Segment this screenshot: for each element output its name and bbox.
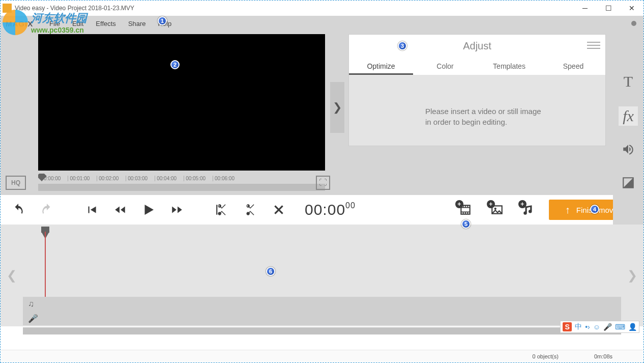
svg-point-0 (494, 208, 496, 210)
adjust-icon (622, 176, 635, 189)
split-button[interactable] (241, 200, 260, 219)
callout-5: 5 (461, 219, 471, 229)
video-preview[interactable] (38, 34, 325, 171)
ime-punct-icon[interactable]: •› (585, 323, 590, 331)
menu-share[interactable]: Share (122, 20, 152, 27)
panel-menu-icon[interactable] (587, 40, 600, 50)
menu-bar: MAGIX File Edit Effects Share Help (1, 16, 643, 31)
preview-ruler[interactable]: 0:00:00 00:01:00 00:02:00 00:03:00 00:04… (38, 174, 325, 183)
watermark-text-url: www.pc0359.cn (31, 26, 87, 34)
adjust-panel-title: Adjust (463, 40, 491, 52)
ruler-tick: 00:04:00 (155, 176, 177, 181)
ime-emoji-icon[interactable]: ☺ (593, 323, 600, 331)
delete-button[interactable] (269, 200, 288, 219)
preview-zoom-scrollbar[interactable] (38, 184, 325, 191)
tool-fx[interactable]: fx (619, 106, 638, 126)
menu-effects[interactable]: Effects (90, 20, 122, 27)
ime-lang-toggle[interactable]: 中 (575, 322, 582, 331)
ruler-tick: 00:01:00 (68, 176, 90, 181)
timecode-display: 00:0000 (305, 201, 356, 218)
tool-text[interactable]: T (624, 73, 633, 90)
minimize-button[interactable]: ─ (573, 1, 597, 16)
timeline-tracks[interactable] (23, 225, 621, 297)
cut-start-button[interactable] (212, 200, 231, 219)
plus-badge-icon: + (455, 200, 463, 208)
undo-button[interactable] (9, 200, 28, 219)
go-start-button[interactable] (82, 200, 101, 219)
status-object-count: 0 object(s) (533, 353, 559, 359)
status-duration: 0m:08s (594, 353, 612, 359)
ime-keyboard-icon[interactable]: ⌨ (615, 323, 625, 331)
forward-icon (170, 203, 184, 216)
callout-1: 1 (158, 16, 167, 25)
timeline-scroll-right[interactable]: ❯ (621, 225, 643, 326)
scissors-icon (244, 203, 257, 216)
redo-button[interactable] (37, 200, 56, 219)
callout-2: 2 (170, 60, 180, 69)
rewind-icon (113, 203, 127, 216)
add-photo-button[interactable]: + (486, 200, 508, 219)
tab-speed[interactable]: Speed (541, 57, 605, 75)
callout-4: 4 (590, 205, 599, 214)
timeline-scroll-left[interactable]: ❮ (1, 225, 23, 326)
close-button[interactable]: ✕ (620, 1, 643, 16)
timeline-horizontal-scrollbar[interactable] (23, 327, 621, 334)
skip-start-icon (85, 203, 98, 216)
speaker-icon (622, 143, 635, 156)
status-bar: 0 object(s) 0m:08s (1, 350, 643, 362)
timeline: ❮ ❯ ♫ 🎤 (1, 225, 643, 326)
undo-icon (12, 203, 25, 216)
scissors-left-icon (215, 203, 228, 216)
ruler-tick: 00:03:00 (126, 176, 148, 181)
callout-6: 6 (266, 267, 275, 276)
tool-audio-icon[interactable] (622, 142, 635, 159)
preview-zone: 0:00:00 00:01:00 00:02:00 00:03:00 00:04… (1, 31, 330, 195)
maximize-button[interactable]: ☐ (597, 1, 620, 16)
upload-icon: ↑ (565, 204, 570, 216)
play-icon (141, 202, 156, 217)
transport-bar: 00:0000 + + + ↑ Finish movie (1, 195, 643, 225)
add-music-button[interactable]: + (517, 200, 540, 219)
add-video-button[interactable]: + (454, 200, 477, 219)
fast-forward-button[interactable] (167, 200, 187, 219)
tool-image-adjust-icon[interactable] (622, 176, 635, 193)
side-tool-strip: T fx (613, 62, 643, 226)
tab-color[interactable]: Color (413, 57, 477, 75)
callout-3: 3 (398, 41, 407, 50)
tab-optimize[interactable]: Optimize (349, 57, 413, 75)
x-icon (272, 203, 285, 216)
watermark-text-cn: 河东软件园 (31, 11, 87, 26)
audio-track-strip: ♫ 🎤 (23, 297, 621, 325)
adjust-empty-message: Please insert a video or still image in … (425, 106, 542, 127)
sogou-icon[interactable]: S (563, 322, 572, 331)
ime-mic-icon[interactable]: 🎤 (603, 323, 612, 331)
hq-toggle[interactable]: HQ (6, 176, 26, 190)
menu-status-dot (631, 21, 636, 26)
panel-collapse-toggle[interactable]: ❯ (330, 82, 344, 133)
ime-toolbar[interactable]: S 中 •› ☺ 🎤 ⌨ 👤 (560, 321, 639, 333)
ruler-tick: 00:05:00 (184, 176, 206, 181)
watermark-logo: 河东软件园 www.pc0359.cn (3, 10, 87, 35)
play-button[interactable] (139, 200, 158, 219)
redo-icon (40, 203, 53, 216)
window-controls: ─ ☐ ✕ (573, 1, 643, 16)
music-track-icon[interactable]: ♫ (28, 299, 621, 309)
title-bar: Video easy - Video Project 2018-01-23.MV… (1, 1, 643, 16)
adjust-tab-body: Please insert a video or still image in … (349, 75, 605, 146)
ruler-tick: 00:06:00 (213, 176, 235, 181)
adjust-panel: Adjust Optimize Color Templates Speed Pl… (348, 34, 606, 146)
ime-user-icon[interactable]: 👤 (628, 323, 637, 331)
rewind-button[interactable] (110, 200, 130, 219)
plus-badge-icon: + (518, 200, 526, 208)
ruler-tick: 00:02:00 (97, 176, 119, 181)
upper-pane: 0:00:00 00:01:00 00:02:00 00:03:00 00:04… (1, 31, 643, 195)
tab-templates[interactable]: Templates (477, 57, 541, 75)
adjust-tabs: Optimize Color Templates Speed (349, 57, 605, 75)
watermark-icon (3, 10, 28, 35)
plus-badge-icon: + (487, 200, 495, 208)
fullscreen-button[interactable]: ⛶ (316, 176, 330, 190)
mic-track-icon[interactable]: 🎤 (28, 314, 621, 323)
